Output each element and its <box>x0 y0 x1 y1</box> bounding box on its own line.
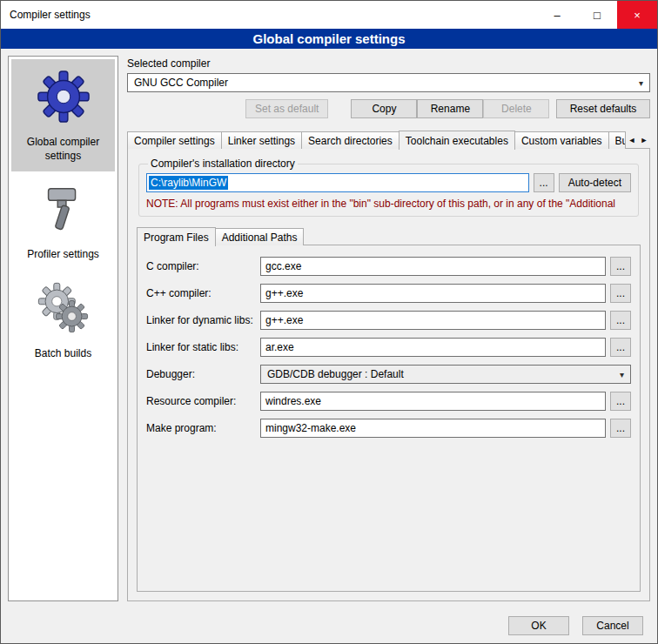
debugger-select[interactable]: GDB/CDB debugger : Default ▾ <box>260 365 631 384</box>
compiler-combobox[interactable]: GNU GCC Compiler ▾ <box>127 73 650 92</box>
delete-button[interactable]: Delete <box>483 99 549 118</box>
dynamic-linker-label: Linker for dynamic libs: <box>146 314 256 326</box>
tab-build-options[interactable]: Build <box>608 131 626 149</box>
tab-compiler-settings[interactable]: Compiler settings <box>127 131 222 149</box>
titlebar: Compiler settings – □ × <box>1 1 657 29</box>
compiler-actions: Set as default Copy Rename Delete Reset … <box>127 99 650 118</box>
install-dir-row: C:\raylib\MinGW ... Auto-detect <box>146 173 631 192</box>
main-panel: Selected compiler GNU GCC Compiler ▾ Set… <box>127 56 650 601</box>
c-compiler-value: gcc.exe <box>265 260 301 272</box>
cpp-compiler-value: g++.exe <box>265 287 303 299</box>
program-tabstrip: Program Files Additional Paths <box>137 227 641 245</box>
resource-compiler-browse-button[interactable]: ... <box>610 392 631 411</box>
dynamic-linker-value: g++.exe <box>265 314 303 326</box>
debugger-select-value: GDB/CDB debugger : Default <box>267 368 404 380</box>
dynamic-linker-browse-button[interactable]: ... <box>610 311 631 330</box>
cpp-compiler-browse-button[interactable]: ... <box>610 284 631 303</box>
tab-additional-paths[interactable]: Additional Paths <box>215 228 305 245</box>
cpp-compiler-input[interactable]: g++.exe <box>260 284 606 303</box>
dynamic-linker-input[interactable]: g++.exe <box>260 311 606 330</box>
reset-defaults-button[interactable]: Reset defaults <box>556 99 650 118</box>
set-as-default-button[interactable]: Set as default <box>245 99 328 118</box>
make-program-label: Make program: <box>146 422 256 434</box>
chevron-down-icon: ▾ <box>639 78 643 88</box>
install-dir-legend: Compiler's installation directory <box>148 158 298 170</box>
sidebar-item-label: Global compiler settings <box>13 136 113 163</box>
sidebar-item-label: Profiler settings <box>27 248 99 262</box>
gear-icon <box>37 70 91 124</box>
dialog-header: Global compiler settings <box>1 29 657 49</box>
tab-linker-settings[interactable]: Linker settings <box>221 131 302 149</box>
debugger-label: Debugger: <box>146 368 256 380</box>
static-linker-input[interactable]: ar.exe <box>260 338 606 357</box>
install-dir-value: C:\raylib\MinGW <box>149 176 228 190</box>
install-dir-group: Compiler's installation directory C:\ray… <box>138 158 639 217</box>
selected-compiler-label: Selected compiler <box>127 57 650 70</box>
static-linker-label: Linker for static libs: <box>146 341 256 353</box>
sidebar-item-global-compiler-settings[interactable]: Global compiler settings <box>11 59 115 171</box>
gears-icon <box>37 281 91 335</box>
ok-button[interactable]: OK <box>508 616 569 635</box>
install-dir-browse-button[interactable]: ... <box>534 173 554 192</box>
tab-scroll-left-icon[interactable]: ◄ <box>626 132 638 148</box>
compiler-combobox-value: GNU GCC Compiler <box>134 77 228 89</box>
minimize-button[interactable]: – <box>537 1 577 29</box>
tab-scroll-controls: ◄ ► <box>626 132 650 148</box>
install-dir-note: NOTE: All programs must exist either in … <box>146 198 631 210</box>
c-compiler-input[interactable]: gcc.exe <box>260 257 606 276</box>
make-program-value: mingw32-make.exe <box>265 422 356 434</box>
dialog-footer: OK Cancel <box>1 608 657 643</box>
chevron-down-icon: ▾ <box>620 370 624 379</box>
program-files-form: C compiler: gcc.exe ... C++ compiler: g+… <box>146 257 631 438</box>
program-files-panel: C compiler: gcc.exe ... C++ compiler: g+… <box>137 245 641 592</box>
toolchain-executables-panel: Compiler's installation directory C:\ray… <box>127 148 650 601</box>
resource-compiler-label: Resource compiler: <box>146 395 256 407</box>
static-linker-value: ar.exe <box>265 341 294 353</box>
c-compiler-label: C compiler: <box>146 260 256 272</box>
cancel-button[interactable]: Cancel <box>582 616 643 635</box>
install-dir-input[interactable]: C:\raylib\MinGW <box>146 173 529 192</box>
settings-sidebar: Global compiler settings Profiler settin… <box>8 56 118 601</box>
static-linker-browse-button[interactable]: ... <box>610 338 631 357</box>
make-program-browse-button[interactable]: ... <box>610 419 631 438</box>
window-controls: – □ × <box>537 1 657 29</box>
hammer-icon <box>37 182 91 236</box>
tab-toolchain-executables[interactable]: Toolchain executables <box>399 131 515 150</box>
tab-custom-variables[interactable]: Custom variables <box>514 131 609 149</box>
tab-search-directories[interactable]: Search directories <box>301 131 400 149</box>
autodetect-button[interactable]: Auto-detect <box>559 173 631 192</box>
cpp-compiler-label: C++ compiler: <box>146 287 256 299</box>
rename-button[interactable]: Rename <box>417 99 483 118</box>
maximize-button[interactable]: □ <box>577 1 617 29</box>
window-title: Compiler settings <box>1 9 91 21</box>
dialog-content: Global compiler settings Profiler settin… <box>1 49 657 608</box>
sidebar-item-batch-builds[interactable]: Batch builds <box>11 271 115 370</box>
copy-button[interactable]: Copy <box>351 99 417 118</box>
make-program-input[interactable]: mingw32-make.exe <box>260 419 606 438</box>
sidebar-item-profiler-settings[interactable]: Profiler settings <box>11 171 115 271</box>
compiler-settings-window: Compiler settings – □ × Global compiler … <box>0 0 658 644</box>
sidebar-item-label: Batch builds <box>35 347 91 361</box>
tab-program-files[interactable]: Program Files <box>137 227 216 246</box>
close-button[interactable]: × <box>617 1 657 29</box>
resource-compiler-value: windres.exe <box>265 395 321 407</box>
c-compiler-browse-button[interactable]: ... <box>610 257 631 276</box>
tab-scroll-right-icon[interactable]: ► <box>638 132 650 148</box>
resource-compiler-input[interactable]: windres.exe <box>260 392 606 411</box>
settings-tabstrip: Compiler settings Linker settings Search… <box>127 131 650 149</box>
